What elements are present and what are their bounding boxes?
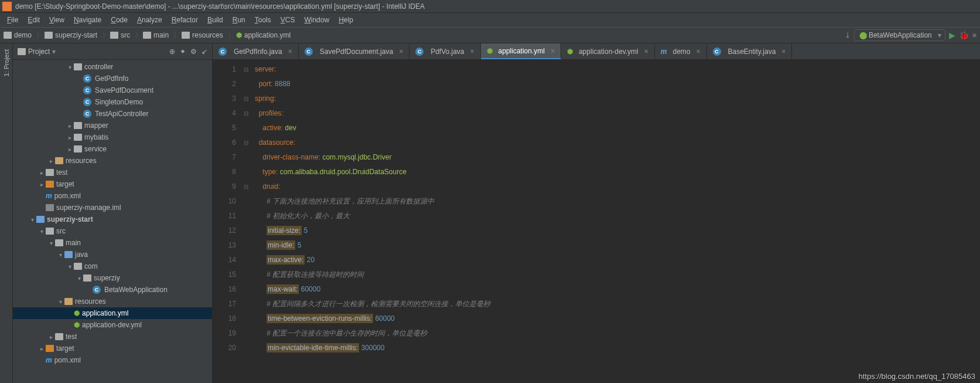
menu-code[interactable]: Code <box>106 16 132 24</box>
tab-demo[interactable]: mdemo× <box>655 43 707 59</box>
tree-item-pom-xml[interactable]: mpom.xml <box>13 190 212 202</box>
breadcrumb-separator: 〉 <box>135 30 142 40</box>
menu-vcs[interactable]: VCS <box>276 16 300 24</box>
window-title: demo [E:\Study-Springboot-Demo-master\de… <box>15 2 425 11</box>
tree-item-test[interactable]: ▸test <box>13 331 212 343</box>
tree-item-savepdfdocument[interactable]: CSavePdfDocument <box>13 84 212 96</box>
editor-tabs[interactable]: CGetPdfInfo.java×CSavePdfDocument.java×C… <box>213 43 980 60</box>
tree-item-service[interactable]: ▸service <box>13 143 212 155</box>
menu-window[interactable]: Window <box>299 16 334 24</box>
breadcrumb-item[interactable]: src <box>110 31 130 39</box>
close-icon[interactable]: × <box>399 48 403 56</box>
tree-item-application-yml[interactable]: ⬢application.yml <box>13 307 212 319</box>
tree-item-mybatis[interactable]: ▸mybatis <box>13 131 212 143</box>
build-icon[interactable]: ⤓ <box>845 31 851 39</box>
menu-edit[interactable]: Edit <box>23 16 45 24</box>
menu-tools[interactable]: Tools <box>250 16 276 24</box>
tree-item-target[interactable]: ▸target <box>13 178 212 190</box>
close-icon[interactable]: × <box>644 48 648 56</box>
sidebar-tool-icon[interactable]: ↙ <box>202 48 207 56</box>
project-tree[interactable]: ▾controllerCGetPdfInfoCSavePdfDocumentCS… <box>13 60 212 383</box>
menu-build[interactable]: Build <box>203 16 228 24</box>
tree-item-betawebapplication[interactable]: CBetaWebApplication <box>13 284 212 296</box>
tree-item-target[interactable]: ▸target <box>13 343 212 354</box>
tab-getpdfinfo-java[interactable]: CGetPdfInfo.java× <box>213 43 299 59</box>
menu-navigate[interactable]: Navigate <box>69 16 106 24</box>
breadcrumb-item[interactable]: main <box>143 31 169 39</box>
tree-item-application-dev-yml[interactable]: ⬢application-dev.yml <box>13 319 212 331</box>
close-icon[interactable]: × <box>470 48 474 56</box>
breadcrumb-item[interactable]: superziy-start <box>45 31 97 39</box>
dropdown-icon[interactable]: ▾ <box>52 48 56 56</box>
tree-item-superziy[interactable]: ▾superziy <box>13 272 212 284</box>
tree-item-src[interactable]: ▾src <box>13 225 212 237</box>
menu-refactor[interactable]: Refactor <box>167 16 203 24</box>
breadcrumb-separator: 〉 <box>173 30 180 40</box>
breadcrumb-item[interactable]: demo <box>4 31 32 39</box>
tab-savepdfdocument-java[interactable]: CSavePdfDocument.java× <box>299 43 409 59</box>
source-code[interactable]: server: port: 8888spring: profiles: acti… <box>250 60 980 383</box>
breadcrumb-separator: 〉 <box>228 30 235 40</box>
menu-analyze[interactable]: Analyze <box>132 16 167 24</box>
menu-file[interactable]: File <box>2 16 23 24</box>
tree-item-mapper[interactable]: ▸mapper <box>13 120 212 131</box>
code-editor[interactable]: 1234567891011121314151617181920 ⊟⊟⊟⊟⊟ se… <box>213 60 980 383</box>
app-icon <box>2 2 12 11</box>
tab-baseentity-java[interactable]: CBaseEntity.java× <box>707 43 793 59</box>
project-sidebar: Project ▾ ⊕✦⚙↙ ▾controllerCGetPdfInfoCSa… <box>13 43 213 383</box>
editor-area: CGetPdfInfo.java×CSavePdfDocument.java×C… <box>213 43 980 383</box>
tree-item-testapicontroller[interactable]: CTestApiController <box>13 108 212 120</box>
tree-item-resources[interactable]: ▾resources <box>13 296 212 307</box>
sidebar-tool-icon[interactable]: ⊕ <box>169 48 175 56</box>
breadcrumb-item[interactable]: resources <box>182 31 223 39</box>
debug-icon[interactable]: 🐞 <box>959 30 969 40</box>
navigation-bar: demo〉superziy-start〉src〉main〉resources〉⬢… <box>0 27 980 43</box>
project-tool-tab[interactable]: 1: Project <box>2 46 11 80</box>
tree-item-superziy-manage-iml[interactable]: superziy-manage.iml <box>13 202 212 213</box>
breadcrumb-separator: 〉 <box>36 30 43 40</box>
menu-bar[interactable]: FileEditViewNavigateCodeAnalyzeRefactorB… <box>0 13 980 27</box>
menu-run[interactable]: Run <box>228 16 250 24</box>
tab-pdfvo-java[interactable]: CPdfVo.java× <box>409 43 480 59</box>
tree-item-com[interactable]: ▾com <box>13 260 212 272</box>
tree-item-superziy-start[interactable]: ▾superziy-start <box>13 213 212 225</box>
sidebar-header: Project ▾ ⊕✦⚙↙ <box>13 43 212 60</box>
stop-icon[interactable]: ■ <box>972 31 976 39</box>
title-bar: demo [E:\Study-Springboot-Demo-master\de… <box>0 0 980 13</box>
tree-item-getpdfinfo[interactable]: CGetPdfInfo <box>13 73 212 84</box>
tree-item-controller[interactable]: ▾controller <box>13 61 212 73</box>
run-icon[interactable]: ▶ <box>949 30 955 40</box>
sidebar-tool-icon[interactable]: ⚙ <box>190 48 197 56</box>
sidebar-title: Project <box>28 48 50 56</box>
left-gutter: 1: Project <box>0 43 13 383</box>
line-numbers: 1234567891011121314151617181920 <box>213 60 242 383</box>
menu-view[interactable]: View <box>45 16 69 24</box>
breadcrumb-item[interactable]: ⬢application.yml <box>236 31 291 39</box>
tree-item-test[interactable]: ▸test <box>13 167 212 178</box>
tree-item-resources[interactable]: ▸resources <box>13 155 212 167</box>
tree-item-java[interactable]: ▾java <box>13 249 212 260</box>
sidebar-tool-icon[interactable]: ✦ <box>180 48 186 56</box>
watermark: https://blog.csdn.net/qq_17085463 <box>859 372 976 381</box>
tab-application-yml[interactable]: ⬢application.yml× <box>481 43 561 59</box>
close-icon[interactable]: × <box>551 47 555 55</box>
menu-help[interactable]: Help <box>334 16 358 24</box>
close-icon[interactable]: × <box>696 48 700 56</box>
folder-icon <box>18 48 26 55</box>
tree-item-pom-xml[interactable]: mpom.xml <box>13 354 212 366</box>
tree-item-main[interactable]: ▾main <box>13 237 212 249</box>
fold-gutter[interactable]: ⊟⊟⊟⊟⊟ <box>242 60 250 383</box>
close-icon[interactable]: × <box>781 48 786 56</box>
tab-application-dev-yml[interactable]: ⬢application-dev.yml× <box>561 43 655 59</box>
run-config-selector[interactable]: ⬤ BetaWebApplication <box>854 29 945 41</box>
close-icon[interactable]: × <box>288 48 292 56</box>
tree-item-singletondemo[interactable]: CSingletonDemo <box>13 96 212 108</box>
breadcrumb-separator: 〉 <box>102 30 109 40</box>
